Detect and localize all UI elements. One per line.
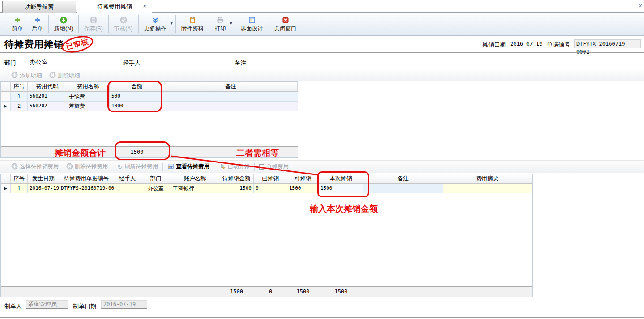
print-button[interactable]: 打印 ▾ — [210, 13, 234, 35]
split-expense-checkbox[interactable]: 分摊费用 — [256, 162, 292, 171]
total-current-value: 1500 — [319, 289, 363, 295]
table-cell[interactable] — [363, 184, 443, 193]
dropdown-caret-icon[interactable]: ▾ — [171, 21, 173, 26]
prev-doc-button[interactable]: 前单 — [7, 13, 27, 35]
col-header[interactable]: 费用名称 — [67, 82, 110, 91]
table-cell[interactable]: 560202 — [28, 102, 67, 111]
table-cell[interactable]: 办公室 — [141, 184, 171, 193]
toolbar-separator — [113, 163, 113, 171]
col-header[interactable]: 费用摘要 — [443, 174, 532, 183]
dropdown-caret-icon[interactable]: ▾ — [230, 21, 232, 26]
dept-field[interactable]: 办公室 — [28, 58, 110, 66]
table-row[interactable]: 1 560201 手续费 500 — [1, 92, 298, 102]
col-header[interactable]: 本次摊销 — [319, 174, 363, 183]
table-row[interactable]: ▶ 1 2016-07-19 DTFYFS-20160719-00 办公室 工商… — [1, 184, 532, 193]
toolbar-separator — [175, 15, 176, 33]
tab-close-icon[interactable]: × — [143, 3, 146, 9]
col-header[interactable]: 备注 — [164, 82, 298, 91]
clipboard-icon — [189, 16, 196, 24]
select-pending-expense-button[interactable]: 选择待摊销费用 — [8, 162, 63, 172]
table-header-row: 序号 费用代码 费用名称 金额 备注 — [1, 82, 298, 92]
row-selector-cell[interactable] — [1, 92, 11, 101]
current-amortize-cell[interactable]: 1500 — [319, 184, 363, 193]
creator-field: 系统管理员 — [26, 300, 68, 309]
table-cell[interactable]: 1500 — [219, 184, 254, 193]
col-header[interactable]: 金额 — [110, 82, 164, 91]
creator-label: 制单人 — [4, 302, 22, 310]
tab-pending-amortization[interactable]: 待摊费用摊销 × — [77, 0, 152, 13]
toolbar-separator — [78, 15, 79, 33]
ui-design-button[interactable]: 界面设计 — [236, 13, 268, 35]
checkbox-icon[interactable] — [259, 164, 264, 170]
delete-pending-expense-button[interactable]: 删除待摊费用 — [63, 162, 112, 172]
col-header[interactable]: 序号 — [11, 82, 28, 91]
col-header[interactable]: 序号 — [11, 174, 28, 183]
table-cell[interactable]: 2 — [11, 102, 28, 111]
col-header[interactable]: 账户名称 — [171, 174, 219, 183]
table-cell[interactable]: 2016-07-19 — [28, 184, 59, 193]
col-header[interactable]: 发生日期 — [28, 174, 59, 183]
table-cell[interactable]: 手续费 — [67, 92, 110, 101]
table-cell[interactable]: 1500 — [287, 184, 319, 193]
table-cell[interactable] — [164, 102, 298, 111]
arrow-right-icon — [34, 16, 41, 24]
app-window: 功能导航窗 待摊费用摊销 × × 前单 后单 新增(N) 保存(S) — [0, 0, 644, 319]
table-cell[interactable]: 0 — [254, 184, 287, 193]
table-cell[interactable]: 1 — [11, 92, 28, 101]
table-cell[interactable]: 560201 — [28, 92, 67, 101]
col-header[interactable]: 备注 — [363, 174, 443, 183]
attachments-button[interactable]: 附件资料 — [177, 13, 208, 35]
remark-label: 备注 — [235, 59, 246, 67]
create-date-field: 2016-07-19 — [101, 300, 147, 309]
table-cell[interactable]: 1000 — [110, 102, 164, 111]
add-detail-button[interactable]: 添加明细 — [8, 71, 46, 81]
row-selector-cell[interactable]: ▶ — [1, 102, 11, 111]
main-toolbar: 前单 后单 新增(N) 保存(S) 审核(A) 更多操作 ▾ — [0, 13, 644, 36]
view-pending-expense-button[interactable]: 查看待摊费用 — [164, 162, 213, 172]
audit-button[interactable]: 审核(A) — [110, 13, 137, 35]
remove-detail-button[interactable]: 删除明细 — [46, 71, 84, 81]
col-header[interactable]: 费用代码 — [28, 82, 67, 91]
next-doc-button[interactable]: 后单 — [27, 13, 47, 35]
create-date-label: 制单日期 — [73, 302, 96, 310]
row-selector-header — [1, 174, 11, 183]
table-cell[interactable]: 差旅费 — [67, 102, 110, 111]
toolbar-separator — [108, 15, 109, 33]
more-actions-button[interactable]: 更多操作 ▾ — [140, 13, 175, 35]
table-cell[interactable]: DTFYFS-20160719-00 — [59, 184, 114, 193]
save-button[interactable]: 保存(S) — [80, 13, 107, 35]
auto-split-button[interactable]: 自动分摊 — [215, 162, 253, 172]
row-selector-cell[interactable]: ▶ — [1, 184, 11, 193]
toolbar-separator — [138, 15, 139, 33]
col-header[interactable]: 经手人 — [114, 174, 141, 183]
table-cell[interactable] — [164, 92, 298, 101]
remove-circle-icon — [66, 163, 73, 171]
title-divider — [0, 52, 644, 53]
table-cell[interactable]: 1 — [11, 184, 28, 193]
tab-bar: 功能导航窗 待摊费用摊销 × × — [0, 0, 644, 13]
toolbar-grip — [4, 164, 5, 170]
close-window-button[interactable]: 关闭窗口 — [270, 13, 301, 35]
tab-nav-window[interactable]: 功能导航窗 — [2, 1, 76, 13]
double-chevron-down-icon — [152, 16, 159, 24]
window-close-icon[interactable]: × — [638, 2, 642, 9]
handler-field[interactable] — [149, 58, 229, 66]
remark-field[interactable] — [267, 58, 343, 66]
col-header[interactable]: 可摊销 — [287, 174, 319, 183]
col-header[interactable]: 已摊销 — [254, 174, 287, 183]
detail-toolbar: 添加明细 删除明细 — [0, 70, 644, 81]
doc-no-value: DTFYTX-20160719-0001 — [574, 39, 641, 48]
add-new-button[interactable]: 新增(N) — [50, 13, 77, 35]
doc-no-label: 单据编号 — [547, 41, 570, 49]
refresh-pending-expense-button[interactable]: ↻ 刷新待摊费用 — [114, 162, 162, 171]
table-cell[interactable]: 工商银行 — [171, 184, 219, 193]
table-cell[interactable] — [114, 184, 141, 193]
table-row[interactable]: ▶ 2 560202 差旅费 1000 — [1, 102, 298, 111]
amort-date-value[interactable]: 2016-07-19 — [509, 40, 545, 48]
col-header[interactable]: 部门 — [141, 174, 171, 183]
col-header[interactable]: 待摊费用单据编号 — [59, 174, 114, 183]
col-header[interactable]: 待摊销金额 — [219, 174, 254, 183]
table-cell[interactable] — [443, 184, 532, 193]
pending-totals-row: 1500 0 1500 1500 — [1, 286, 532, 297]
table-cell[interactable]: 500 — [110, 92, 164, 101]
